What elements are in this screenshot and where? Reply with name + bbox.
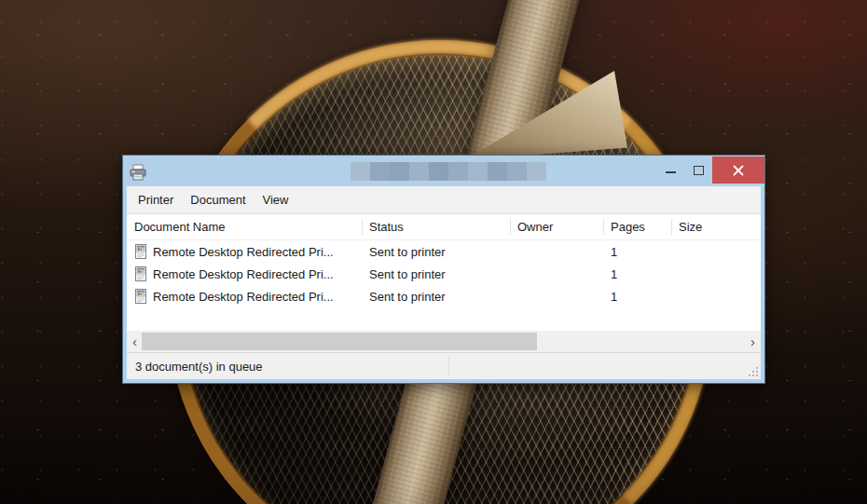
job-pages: 1 — [603, 245, 671, 259]
table-row[interactable]: Remote Desktop Redirected Pri... Sent to… — [127, 240, 761, 263]
print-job-document-icon — [133, 289, 148, 304]
menu-document[interactable]: Document — [182, 189, 254, 211]
minimize-icon — [666, 171, 676, 173]
printer-icon — [129, 164, 147, 181]
job-status: Sent to printer — [362, 245, 510, 259]
close-x-icon — [733, 165, 744, 176]
table-row[interactable]: Remote Desktop Redirected Pri... Sent to… — [127, 285, 761, 307]
redaction-pixel — [370, 162, 390, 181]
document-name: Remote Desktop Redirected Pri... — [153, 290, 334, 304]
maximize-button[interactable] — [684, 157, 712, 184]
resize-grip[interactable] — [747, 365, 759, 377]
column-header-status[interactable]: Status — [362, 214, 510, 239]
print-job-document-icon — [133, 266, 148, 281]
window-client-area: Printer Document View Document Name Stat… — [127, 186, 761, 379]
minimize-button[interactable] — [656, 157, 684, 184]
list-empty-area — [127, 307, 761, 331]
status-bar: 3 document(s) in queue — [127, 352, 761, 379]
column-header-document-name[interactable]: Document Name — [127, 214, 362, 239]
window-title-redacted — [351, 162, 546, 181]
menu-view[interactable]: View — [255, 189, 297, 211]
column-header-pages[interactable]: Pages — [603, 214, 671, 239]
column-header-size[interactable]: Size — [671, 214, 761, 239]
menu-bar: Printer Document View — [127, 186, 761, 213]
horizontal-scrollbar[interactable]: ‹ › — [127, 331, 761, 352]
job-status: Sent to printer — [362, 267, 510, 281]
redaction-pixel — [351, 162, 370, 181]
print-queue-window: Printer Document View Document Name Stat… — [122, 155, 765, 384]
redaction-pixel — [468, 162, 488, 181]
scrollbar-thumb[interactable] — [142, 333, 537, 350]
status-bar-divider — [448, 357, 449, 375]
desktop: Printer Document View Document Name Stat… — [0, 0, 867, 504]
redaction-pixel — [448, 162, 468, 181]
document-name: Remote Desktop Redirected Pri... — [153, 267, 334, 281]
redaction-pixel — [390, 162, 409, 181]
job-status: Sent to printer — [362, 290, 510, 304]
status-text: 3 document(s) in queue — [135, 360, 263, 374]
redaction-pixel — [488, 162, 507, 181]
print-job-document-icon — [133, 244, 148, 259]
column-headers: Document Name Status Owner Pages Size — [127, 214, 761, 240]
close-button[interactable] — [712, 157, 764, 184]
print-jobs-listview: Document Name Status Owner Pages Size — [127, 213, 761, 352]
job-pages: 1 — [603, 290, 671, 304]
column-header-owner[interactable]: Owner — [510, 214, 603, 239]
job-pages: 1 — [603, 267, 671, 281]
menu-printer[interactable]: Printer — [130, 189, 182, 211]
redaction-pixel — [507, 162, 527, 181]
scroll-right-icon[interactable]: › — [745, 331, 761, 352]
maximize-icon — [694, 166, 704, 175]
redaction-pixel — [409, 162, 429, 181]
redaction-pixel — [429, 162, 448, 181]
scroll-left-icon[interactable]: ‹ — [127, 331, 143, 352]
caption-buttons — [656, 157, 764, 184]
redaction-pixel — [527, 162, 546, 181]
document-name: Remote Desktop Redirected Pri... — [153, 245, 334, 259]
titlebar[interactable] — [123, 156, 764, 186]
table-row[interactable]: Remote Desktop Redirected Pri... Sent to… — [127, 263, 761, 285]
